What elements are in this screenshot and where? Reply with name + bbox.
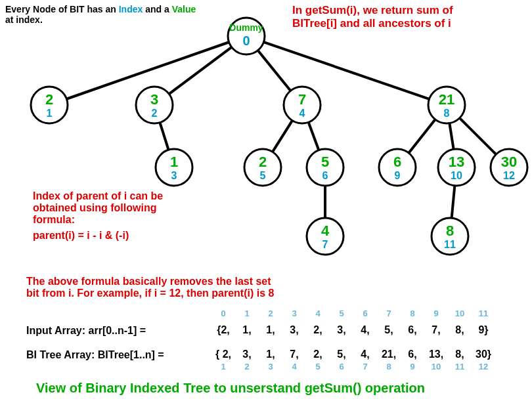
tree-edge [409,119,435,153]
input-index: 3 [292,308,296,318]
node-value: 1 [170,154,178,170]
node-index: 9 [395,170,401,181]
bitree-value: 3, [242,349,251,360]
bitree-index: 8 [386,362,391,371]
bitree-value: 30} [476,349,491,360]
parent-note: Index of parent of i can be obtained usi… [33,190,163,242]
tree-edge [452,186,455,218]
bitree-value: 6, [408,349,416,360]
input-value: 3, [290,324,298,335]
node-value: 8 [446,223,454,239]
bitree-value: 8, [455,349,464,360]
node-index: 4 [299,108,305,119]
node-index: 3 [171,170,177,181]
input-index: 5 [339,308,344,318]
bitree-value: 5, [337,349,345,360]
node-index: 10 [451,170,462,181]
node-index: 5 [260,170,266,181]
node-index: 0 [242,33,250,48]
input-value: 8, [455,324,464,335]
bitree-index: 11 [455,362,464,371]
input-index: 1 [244,308,249,318]
tree-edge [460,118,496,154]
node-index: 8 [444,108,450,119]
input-index: 2 [268,308,273,318]
bitree-index: 1 [221,362,225,371]
tree-edge [449,123,453,150]
bitree-value: 2, [313,349,322,360]
node-value: 5 [321,154,329,170]
getsum-note: In getSum(i), we return sum of BITree[i]… [292,4,453,30]
bitree-value: 7, [290,349,298,360]
node-value: 3 [150,91,158,108]
tree-edge [273,121,292,152]
bitree-index: 3 [268,362,273,371]
bitree-value: 1, [266,349,275,360]
input-index: 4 [315,308,321,318]
input-index: 0 [221,308,225,318]
input-index: 10 [455,308,464,318]
node-value: 30 [501,154,517,170]
input-value: {2, [217,324,230,335]
input-value: 9} [478,324,488,335]
bitree-value: 4, [361,349,369,360]
tree-edge [263,42,429,99]
input-index: 8 [410,308,414,318]
tree-edge [160,123,168,150]
tree-edge [258,51,291,91]
node-value: 4 [321,223,330,239]
tree-edge [309,122,319,150]
node-index: 2 [152,108,158,119]
header-note: Every Node of BIT has an Index and a Val… [5,4,196,25]
node-value: 7 [298,91,306,108]
formula-note: The above formula basically removes the … [26,276,274,299]
bitree-index: 10 [432,362,441,371]
bitree-array-label: BI Tree Array: BITree[1..n] = [26,349,164,361]
input-index: 9 [433,308,438,318]
node-index: 7 [322,239,328,250]
input-value: 2, [313,324,322,335]
input-value: 7, [432,324,440,335]
node-value: 2 [259,154,267,170]
bottom-title: View of Binary Indexed Tree to unserstan… [36,381,425,396]
input-index: 6 [363,308,367,318]
node-value: 6 [393,154,401,170]
input-value: 3, [337,324,345,335]
node-index: 6 [322,170,328,181]
bitree-index: 12 [479,362,488,371]
node-value: 21 [439,91,454,108]
node-value: 13 [449,154,464,170]
input-index: 11 [479,308,488,318]
bitree-index: 4 [292,362,297,371]
input-value: 4, [361,324,369,335]
node-value: 2 [45,91,53,108]
tree-edge [169,47,231,94]
node-index: 1 [47,108,53,119]
bitree-index: 9 [410,362,414,371]
bitree-index: 7 [363,362,367,371]
input-value: 6, [408,324,416,335]
node-index: 12 [503,170,515,181]
input-index: 7 [386,308,391,318]
bitree-index: 6 [339,362,344,371]
input-array-label: Input Array: arr[0..n-1] = [26,325,146,337]
node-index: 11 [444,239,456,250]
dummy-label: Dummy [229,22,263,33]
input-value: 5, [384,324,393,335]
bitree-index: 2 [244,362,249,371]
bitree-value: 21, [382,349,396,360]
input-value: 1, [266,324,275,335]
bitree-value: { 2, [215,349,231,360]
input-value: 1, [242,324,251,335]
bitree-value: 13, [429,349,443,360]
bitree-index: 5 [315,362,320,371]
